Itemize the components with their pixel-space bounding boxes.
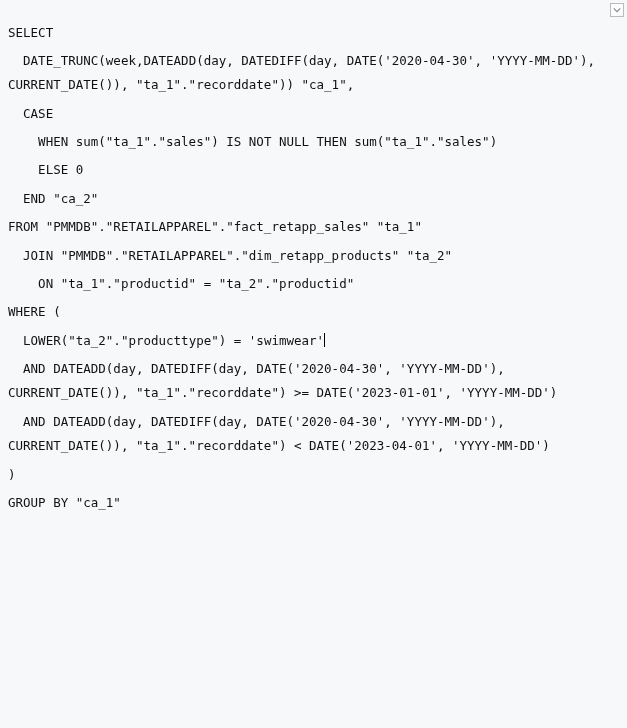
code-line: JOIN "PMMDB"."RETAILAPPAREL"."dim_retapp… — [8, 244, 619, 268]
code-line: ELSE 0 — [8, 158, 619, 182]
code-line: DATE_TRUNC(week,DATEADD(day, DATEDIFF(da… — [8, 49, 619, 98]
text-cursor — [324, 333, 325, 347]
code-line: LOWER("ta_2"."producttype") = 'swimwear' — [8, 329, 619, 353]
code-line: ON "ta_1"."productid" = "ta_2"."producti… — [8, 272, 619, 296]
code-line: GROUP BY "ca_1" — [8, 491, 619, 515]
sql-code-block[interactable]: SELECT DATE_TRUNC(week,DATEADD(day, DATE… — [0, 13, 627, 524]
code-line: CASE — [8, 102, 619, 126]
code-line: WHEN sum("ta_1"."sales") IS NOT NULL THE… — [8, 130, 619, 154]
expand-button[interactable] — [610, 3, 624, 17]
code-line: SELECT — [8, 21, 619, 45]
expand-icon — [613, 6, 621, 14]
code-line: END "ca_2" — [8, 187, 619, 211]
code-line: FROM "PMMDB"."RETAILAPPAREL"."fact_retap… — [8, 215, 619, 239]
code-line: AND DATEADD(day, DATEDIFF(day, DATE('202… — [8, 357, 619, 406]
code-line: AND DATEADD(day, DATEDIFF(day, DATE('202… — [8, 410, 619, 459]
code-line: ) — [8, 463, 619, 487]
code-line: WHERE ( — [8, 300, 619, 324]
